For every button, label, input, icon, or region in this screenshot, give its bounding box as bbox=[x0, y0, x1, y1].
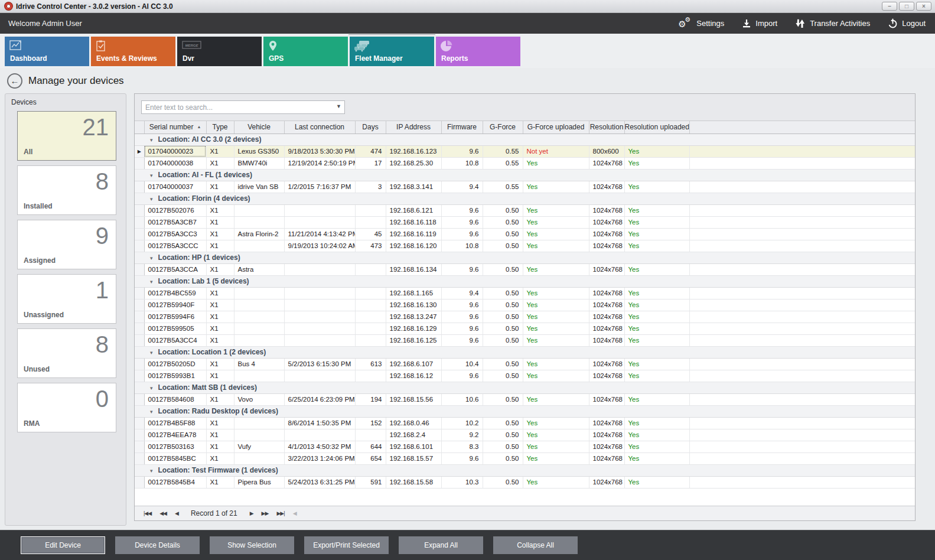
cell-gforce: 0.50 bbox=[483, 299, 523, 311]
minimize-icon[interactable]: – bbox=[882, 2, 897, 11]
settings-button[interactable]: ⚙⚙ Settings bbox=[678, 18, 724, 30]
export-print-selected-button[interactable]: Export/Print Selected bbox=[304, 536, 389, 554]
next-page-icon[interactable]: ▶▶ bbox=[262, 510, 269, 516]
cell-gforce: 0.55 bbox=[483, 145, 523, 157]
device-filter-card-rma[interactable]: 0 RMA bbox=[17, 383, 116, 432]
table-row[interactable]: 00127B502076X1192.168.6.1219.60.50Yes102… bbox=[135, 204, 915, 216]
collapse-group-icon[interactable]: ▾ bbox=[150, 172, 153, 178]
table-row[interactable]: 00127B5A3CCAX1Astra192.168.16.1349.60.50… bbox=[135, 263, 915, 275]
table-row[interactable]: ▶017040000023X1Lexus GS3509/18/2013 5:30… bbox=[135, 145, 915, 157]
column-header-type[interactable]: Type bbox=[206, 121, 234, 134]
transfer-activities-button[interactable]: Transfer Activities bbox=[795, 18, 870, 29]
table-row[interactable]: 00127B50205DX1Bus 45/2/2013 6:15:30 PM61… bbox=[135, 358, 915, 370]
table-row[interactable]: 00127B4BC559X1192.168.1.1659.40.50Yes102… bbox=[135, 287, 915, 299]
table-row[interactable]: 00127B5993B1X1192.168.16.129.60.50Yes102… bbox=[135, 370, 915, 382]
table-row[interactable]: 00127B503163X1Vufy4/1/2013 4:50:32 PM644… bbox=[135, 441, 915, 452]
back-button[interactable]: ← bbox=[7, 73, 22, 89]
tab-fleet-manager[interactable]: Fleet Manager bbox=[350, 37, 434, 66]
first-record-icon[interactable]: |◀◀ bbox=[144, 510, 151, 516]
tab-gps[interactable]: GPS bbox=[263, 37, 348, 66]
device-filter-card-unassigned[interactable]: 1 Unassigned bbox=[17, 274, 116, 324]
cell-firmware: 9.6 bbox=[441, 323, 483, 334]
table-row[interactable]: 00127B5994F6X1192.168.13.2479.60.50Yes10… bbox=[135, 311, 915, 323]
device-details-button[interactable]: Device Details bbox=[115, 536, 200, 554]
collapse-group-icon[interactable]: ▾ bbox=[150, 196, 153, 202]
cell-filler bbox=[689, 393, 915, 405]
cell-serial: 00127B502076 bbox=[144, 204, 206, 216]
table-row[interactable]: 00127B584608X1Vovo6/25/2014 6:23:09 PM19… bbox=[135, 393, 915, 405]
column-header-ip-address[interactable]: IP Address bbox=[386, 121, 441, 134]
collapse-group-icon[interactable]: ▾ bbox=[150, 137, 153, 143]
device-filter-card-assigned[interactable]: 9 Assigned bbox=[17, 220, 116, 269]
cell-last_connection bbox=[284, 311, 355, 323]
expand-all-button[interactable]: Expand All bbox=[399, 536, 483, 554]
column-header-vehicle[interactable]: Vehicle bbox=[234, 121, 284, 134]
table-row[interactable]: 00127B5845BCX13/22/2013 1:24:06 PM654192… bbox=[135, 452, 915, 464]
maximize-icon[interactable]: □ bbox=[899, 2, 914, 11]
table-row[interactable]: 00127B59940FX1192.168.16.1309.60.50Yes10… bbox=[135, 299, 915, 311]
group-row[interactable]: ▾Location: Al CC 3.0 (2 devices) bbox=[135, 134, 915, 145]
prev-record-icon[interactable]: ◀ bbox=[175, 510, 178, 516]
collapse-group-icon[interactable]: ▾ bbox=[150, 279, 153, 285]
table-row[interactable]: 00127B5A3CCCX19/19/2013 10:24:02 AM47319… bbox=[135, 240, 915, 252]
close-icon[interactable]: × bbox=[916, 2, 931, 11]
group-row[interactable]: ▾Location: Radu Desktop (4 devices) bbox=[135, 405, 915, 417]
table-row[interactable]: 00127B5845B4X1Pipera Bus5/24/2013 6:31:2… bbox=[135, 476, 915, 488]
table-row[interactable]: 00127B5A3CC4X1192.168.16.1259.60.50Yes10… bbox=[135, 334, 915, 346]
column-header-last-connection[interactable]: Last connection bbox=[284, 121, 355, 134]
device-filter-card-all[interactable]: 21 All bbox=[17, 111, 116, 161]
collapse-group-icon[interactable]: ▾ bbox=[150, 350, 153, 356]
tab-reports[interactable]: Reports bbox=[436, 37, 520, 66]
group-row[interactable]: ▾Location: Al - FL (1 devices) bbox=[135, 169, 915, 181]
column-header-resolution-uploaded[interactable]: Resolution uploaded bbox=[624, 121, 689, 134]
table-row[interactable]: 00127B5A3CB7X1192.168.16.1189.60.50Yes10… bbox=[135, 216, 915, 228]
tab-dashboard[interactable]: Dashboard bbox=[5, 37, 89, 66]
table-row[interactable]: 00127B5A3CC3X1Astra Florin-211/21/2014 4… bbox=[135, 228, 915, 240]
collapse-group-icon[interactable]: ▾ bbox=[150, 468, 153, 474]
column-header-g-force-uploaded[interactable]: G-Force uploaded bbox=[523, 121, 589, 134]
logout-button[interactable]: Logout bbox=[888, 18, 926, 28]
column-header-firmware[interactable]: Firmware bbox=[441, 121, 483, 134]
cell-filler bbox=[689, 263, 915, 275]
collapse-all-button[interactable]: Collapse All bbox=[493, 536, 578, 554]
collapse-group-icon[interactable]: ▾ bbox=[150, 255, 153, 261]
window-title-bar: Idrive Control Center - 3.0.2 version - … bbox=[0, 0, 935, 13]
edit-device-button[interactable]: Edit Device bbox=[21, 536, 105, 554]
group-row[interactable]: ▾Location: Matt SB (1 devices) bbox=[135, 382, 915, 393]
collapse-group-icon[interactable]: ▾ bbox=[150, 409, 153, 415]
cell-vehicle bbox=[234, 370, 284, 382]
cell-resolution_uploaded: Yes bbox=[624, 299, 689, 311]
card-label: Unused bbox=[24, 365, 50, 373]
cell-firmware: 9.6 bbox=[441, 216, 483, 228]
cell-vehicle bbox=[234, 429, 284, 441]
column-header-days[interactable]: Days bbox=[355, 121, 386, 134]
group-row[interactable]: ▾Location: HP (1 devices) bbox=[135, 252, 915, 263]
selected-row-indicator-icon: ▶ bbox=[135, 145, 144, 157]
table-row[interactable]: 00127B599505X1192.168.16.1299.60.50Yes10… bbox=[135, 323, 915, 334]
tab-events-reviews[interactable]: Events & Reviews bbox=[91, 37, 175, 66]
show-selection-button[interactable]: Show Selection bbox=[210, 536, 294, 554]
group-row[interactable]: ▾Location: Location 1 (2 devices) bbox=[135, 346, 915, 358]
cell-gforce_uploaded: Yes bbox=[523, 417, 589, 429]
group-row[interactable]: ▾Location: Florin (4 devices) bbox=[135, 193, 915, 204]
table-row[interactable]: 017040000038X1BMW740i12/19/2014 2:50:19 … bbox=[135, 157, 915, 169]
cell-ip: 192.168.16.130 bbox=[386, 299, 441, 311]
column-header-serial-number[interactable]: Serial number▲ bbox=[144, 121, 206, 134]
device-filter-card-installed[interactable]: 8 Installed bbox=[17, 165, 116, 215]
next-record-icon[interactable]: ▶ bbox=[250, 510, 253, 516]
cell-vehicle: idrive Van SB bbox=[234, 181, 284, 193]
group-row[interactable]: ▾Location: Lab 1 (5 devices) bbox=[135, 275, 915, 287]
column-header-g-force[interactable]: G-Force bbox=[483, 121, 523, 134]
column-header-resolution[interactable]: Resolution bbox=[589, 121, 624, 134]
search-input[interactable] bbox=[141, 100, 345, 114]
tab-dvr[interactable]: MERGE Dvr bbox=[177, 37, 262, 66]
last-record-icon[interactable]: ▶▶| bbox=[276, 510, 284, 516]
group-row[interactable]: ▾Location: Test Firmware (1 devices) bbox=[135, 464, 915, 476]
table-row[interactable]: 00127B4EEA78X1192.168.2.49.20.50Yes1024x… bbox=[135, 429, 915, 441]
import-button[interactable]: Import bbox=[742, 19, 777, 28]
device-filter-card-unused[interactable]: 8 Unused bbox=[17, 328, 116, 378]
table-row[interactable]: 00127B4B5F88X18/6/2014 1:50:35 PM152192.… bbox=[135, 417, 915, 429]
table-row[interactable]: 017040000037X1idrive Van SB1/2/2015 7:16… bbox=[135, 181, 915, 193]
collapse-group-icon[interactable]: ▾ bbox=[150, 385, 153, 391]
prev-page-icon[interactable]: ◀◀ bbox=[159, 510, 167, 516]
